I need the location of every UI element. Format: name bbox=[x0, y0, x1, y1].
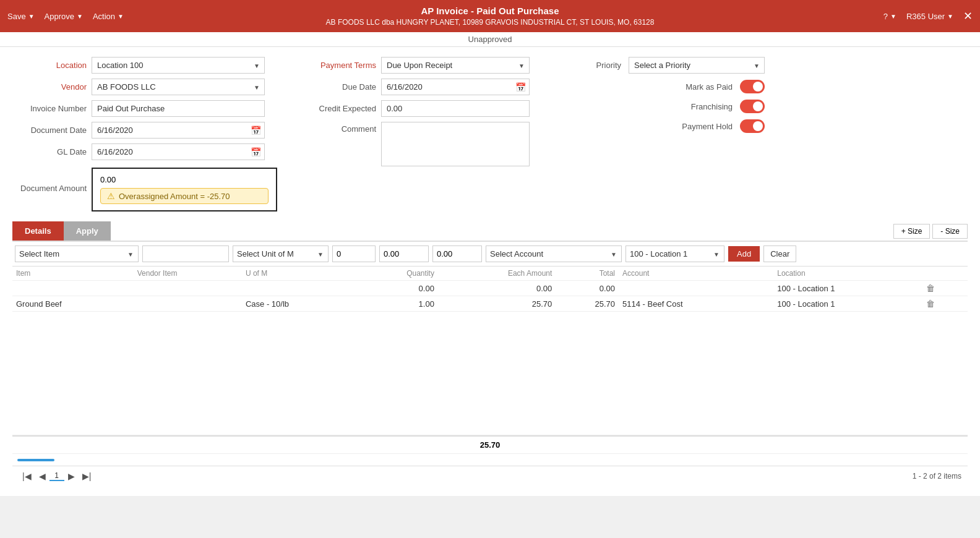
first-page-button[interactable]: |◀ bbox=[19, 470, 35, 482]
quantity-input[interactable] bbox=[332, 246, 376, 262]
row2-delete: 🗑 bbox=[922, 296, 959, 312]
payment-hold-row: Payment Hold bbox=[554, 119, 765, 133]
document-date-wrapper: 📅 bbox=[92, 122, 265, 139]
save-button[interactable]: Save ▼ bbox=[7, 12, 35, 21]
total-input[interactable] bbox=[432, 246, 482, 262]
credit-expected-input[interactable] bbox=[381, 100, 530, 117]
payment-terms-row: Payment Terms Due Upon Receipt ▼ bbox=[302, 57, 530, 74]
mark-as-paid-slider bbox=[740, 80, 765, 93]
size-buttons: + Size - Size bbox=[893, 224, 968, 239]
table-row: 0.00 0.00 0.00 100 - Location 1 🗑 bbox=[12, 281, 968, 296]
payment-hold-toggle[interactable] bbox=[740, 119, 765, 133]
tab-apply[interactable]: Apply bbox=[64, 221, 111, 241]
prev-page-button[interactable]: ◀ bbox=[35, 470, 49, 482]
toolbar-location-dropdown[interactable]: 100 - Location 1 bbox=[625, 246, 724, 262]
document-amount-input[interactable] bbox=[100, 175, 269, 184]
tabs-section: Details Apply + Size - Size bbox=[12, 221, 968, 242]
payment-terms-label[interactable]: Payment Terms bbox=[302, 61, 376, 70]
due-date-calendar-icon[interactable]: 📅 bbox=[515, 82, 526, 92]
document-date-input[interactable] bbox=[92, 122, 265, 139]
payment-terms-select[interactable]: Due Upon Receipt bbox=[381, 57, 530, 74]
due-date-wrapper: 📅 bbox=[381, 79, 530, 95]
user-menu-button[interactable]: R365 User ▼ bbox=[906, 12, 953, 21]
priority-select[interactable]: Select a Priority bbox=[629, 57, 765, 74]
save-arrow-icon: ▼ bbox=[28, 13, 35, 20]
each-amount-input[interactable] bbox=[379, 246, 429, 262]
row1-scroll-space bbox=[959, 281, 968, 296]
gl-date-input[interactable] bbox=[92, 143, 265, 160]
horizontal-scrollbar[interactable] bbox=[17, 459, 54, 461]
empty-space bbox=[12, 312, 968, 435]
document-amount-row: Document Amount ⚠ Overassigned Amount = … bbox=[12, 165, 277, 211]
franchising-slider bbox=[740, 100, 765, 113]
col-header-uom: U of M bbox=[242, 267, 358, 281]
select-uom-wrapper: Select Unit of M ▼ bbox=[233, 246, 329, 262]
row2-item: Ground Beef bbox=[12, 296, 134, 312]
vendor-label: Vendor bbox=[12, 82, 87, 92]
size-plus-button[interactable]: + Size bbox=[893, 224, 931, 239]
right-panel: Priority Select a Priority ▼ Mark as Pai… bbox=[554, 57, 765, 211]
topbar: Save ▼ Approve ▼ Action ▼ AP Invoice - P… bbox=[0, 0, 980, 32]
select-uom-dropdown[interactable]: Select Unit of M bbox=[233, 246, 329, 262]
mark-as-paid-row: Mark as Paid bbox=[554, 80, 765, 93]
row2-scroll-space bbox=[959, 296, 968, 312]
vendor-select[interactable]: AB FOODS LLC bbox=[92, 79, 265, 95]
status-bar: Unapproved bbox=[0, 32, 980, 47]
row2-each-amount: 25.70 bbox=[438, 296, 556, 312]
mark-as-paid-toggle[interactable] bbox=[740, 80, 765, 93]
vendor-item-input[interactable] bbox=[142, 246, 229, 262]
pagination-area: |◀ ◀ 1 ▶ ▶| 1 - 2 of 2 items bbox=[12, 466, 968, 486]
col-header-vendor-item: Vendor Item bbox=[134, 267, 242, 281]
gl-date-wrapper: 📅 bbox=[92, 143, 265, 160]
user-label: R365 User bbox=[906, 12, 945, 21]
tab-details[interactable]: Details bbox=[12, 221, 64, 241]
help-button[interactable]: ? ▼ bbox=[883, 12, 896, 21]
row2-total: 25.70 bbox=[556, 296, 619, 312]
due-date-input[interactable] bbox=[381, 79, 530, 95]
row1-item bbox=[12, 281, 134, 296]
row1-delete-button[interactable]: 🗑 bbox=[926, 283, 935, 293]
mark-as-paid-label: Mark as Paid bbox=[671, 82, 733, 92]
franchising-toggle[interactable] bbox=[740, 100, 765, 113]
payment-hold-label: Payment Hold bbox=[671, 122, 733, 131]
last-page-button[interactable]: ▶| bbox=[79, 470, 95, 482]
action-button[interactable]: Action ▼ bbox=[93, 12, 124, 21]
select-account-dropdown[interactable]: Select Account bbox=[486, 246, 622, 262]
clear-button[interactable]: Clear bbox=[763, 246, 796, 262]
select-item-dropdown[interactable]: Select Item bbox=[15, 246, 139, 262]
table-body: 0.00 0.00 0.00 100 - Location 1 🗑 Ground… bbox=[12, 281, 968, 312]
next-page-button[interactable]: ▶ bbox=[64, 470, 79, 482]
toolbar-location-wrapper: 100 - Location 1 ▼ bbox=[625, 246, 724, 262]
document-date-label: Document Date bbox=[12, 126, 87, 135]
vendor-select-wrapper: AB FOODS LLC ▼ bbox=[92, 79, 265, 95]
row2-location: 100 - Location 1 bbox=[773, 296, 922, 312]
col-header-each-amount: Each Amount bbox=[438, 267, 556, 281]
col-header-item: Item bbox=[12, 267, 134, 281]
size-minus-button[interactable]: - Size bbox=[932, 224, 968, 239]
priority-row: Priority Select a Priority ▼ bbox=[554, 57, 765, 74]
comment-textarea[interactable] bbox=[381, 122, 530, 166]
scrollbar-row bbox=[12, 453, 968, 466]
warning-icon: ⚠ bbox=[107, 191, 115, 201]
left-form-col: Location Location 100 ▼ Vendor AB FOODS … bbox=[12, 57, 277, 211]
approve-button[interactable]: Approve ▼ bbox=[45, 12, 83, 21]
invoice-number-input[interactable] bbox=[92, 100, 265, 117]
row2-account: 5114 - Beef Cost bbox=[619, 296, 773, 312]
comment-row: Comment bbox=[302, 122, 530, 166]
row1-account bbox=[619, 281, 773, 296]
col-header-actions bbox=[922, 267, 959, 281]
status-badge: Unapproved bbox=[468, 35, 512, 44]
location-select[interactable]: Location 100 bbox=[92, 57, 265, 74]
close-button[interactable]: ✕ bbox=[963, 9, 973, 23]
due-date-row: Due Date 📅 bbox=[302, 79, 530, 95]
add-button[interactable]: Add bbox=[728, 246, 760, 262]
document-date-calendar-icon[interactable]: 📅 bbox=[251, 126, 261, 135]
page-subtitle: AB FOODS LLC dba HUNGRY PLANET, 10989 GR… bbox=[326, 17, 655, 28]
franchising-row: Franchising bbox=[554, 100, 765, 113]
details-table: Item Vendor Item U of M Quantity Each Am… bbox=[12, 267, 968, 312]
gl-date-calendar-icon[interactable]: 📅 bbox=[251, 147, 261, 157]
topbar-title-area: AP Invoice - Paid Out Purchase AB FOODS … bbox=[326, 4, 655, 28]
col-header-total: Total bbox=[556, 267, 619, 281]
row2-delete-button[interactable]: 🗑 bbox=[926, 299, 935, 309]
row1-location: 100 - Location 1 bbox=[773, 281, 922, 296]
